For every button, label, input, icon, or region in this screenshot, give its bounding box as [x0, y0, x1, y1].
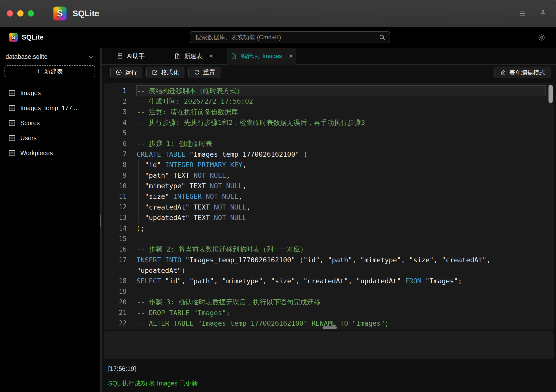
code-line-content[interactable]: -- ALTER TABLE "Images_temp_177002616210…	[137, 318, 545, 328]
code-line[interactable]: 20-- 步骤 3: 确认临时表数据无误后，执行以下语句完成迁移	[104, 297, 554, 307]
reset-button[interactable]: 重置	[188, 67, 220, 78]
sidebar-item-scores[interactable]: Scores	[0, 115, 100, 130]
line-number: 18	[104, 277, 127, 285]
code-line[interactable]: 10 "mimetype" TEXT NOT NULL,	[104, 181, 554, 191]
code-line-content[interactable]: INSERT INTO "Images_temp_1770026162100" …	[137, 255, 545, 265]
code-line-content[interactable]: "mimetype" TEXT NOT NULL,	[137, 181, 545, 191]
code-line[interactable]: 16-- 步骤 2: 将当前表数据迁移到临时表（列一一对应）	[104, 244, 554, 255]
resize-handle[interactable]	[100, 215, 101, 227]
settings-gear-icon[interactable]	[537, 33, 546, 42]
code-line[interactable]: 7CREATE TABLE "Images_temp_1770026162100…	[104, 149, 554, 159]
code-line-content[interactable]: "size" INTEGER NOT NULL,	[137, 191, 545, 202]
sidebar-item-images-temp[interactable]: Images_temp_177...	[0, 100, 100, 115]
code-line[interactable]: 5	[104, 128, 554, 138]
code-line[interactable]: 18SELECT "id", "path", "mimetype", "size…	[104, 276, 554, 286]
line-number: 16	[104, 246, 127, 253]
app-logo: S	[53, 7, 67, 21]
format-button[interactable]: 格式化	[146, 67, 184, 78]
code-line[interactable]: 3-- 注意: 请在执行前备份数据库	[104, 107, 554, 117]
tab-edit-table-images[interactable]: 编辑表: Images ×	[227, 48, 296, 65]
vertical-scrollbar-thumb[interactable]	[548, 85, 553, 103]
line-number: 3	[104, 108, 127, 116]
code-line[interactable]: 4-- 执行步骤: 先执行步骤1和2，检查临时表数据无误后，再手动执行步骤3	[104, 117, 554, 128]
chevron-down-icon[interactable]	[88, 54, 94, 60]
code-line[interactable]: 6-- 步骤 1: 创建临时表	[104, 138, 554, 149]
code-line-content[interactable]: -- 步骤 2: 将当前表数据迁移到临时表（列一一对应）	[137, 244, 545, 255]
code-line[interactable]: 8 "id" INTEGER PRIMARY KEY,	[104, 159, 554, 170]
line-number: 19	[104, 288, 127, 295]
app-header: S SQLite	[0, 27, 556, 48]
sidebar-item-users[interactable]: Users	[0, 130, 100, 145]
code-line-content[interactable]	[137, 286, 545, 297]
refresh-icon	[194, 69, 200, 76]
tab-bar: AI助手 新建表 × 编辑表: Images ×	[102, 48, 556, 65]
database-name: database.sqlite	[6, 53, 48, 60]
code-line[interactable]: 12 "createdAt" TEXT NOT NULL,	[104, 202, 554, 212]
tab-new-table[interactable]: 新建表 ×	[160, 48, 227, 64]
sidebar-item-workpieces[interactable]: Workpieces	[0, 145, 100, 160]
menu-icon[interactable]	[518, 10, 526, 18]
code-line-content[interactable]: "updatedAt" TEXT NOT NULL	[137, 212, 545, 223]
line-number: 7	[104, 150, 127, 158]
minimize-window-button[interactable]	[17, 10, 24, 17]
code-line[interactable]: 13 "updatedAt" TEXT NOT NULL	[104, 212, 554, 223]
table-grid-icon	[8, 104, 16, 112]
line-number: 2	[104, 98, 127, 105]
code-line-content[interactable]: -- 步骤 1: 创建临时表	[137, 138, 545, 149]
table-grid-icon	[8, 134, 16, 142]
server-list-icon	[117, 53, 123, 60]
code-line[interactable]: 2-- 生成时间: 2026/2/2 17:56:02	[104, 96, 554, 107]
code-line[interactable]: "updatedAt")	[104, 265, 554, 276]
line-number: 17	[104, 256, 127, 264]
code-line-content[interactable]: "path" TEXT NOT NULL,	[137, 170, 545, 181]
search-input[interactable]	[190, 32, 379, 43]
code-line-content[interactable]: );	[137, 223, 545, 233]
code-line-content[interactable]: "createdAt" TEXT NOT NULL,	[137, 202, 545, 212]
tab-ai-assistant[interactable]: AI助手	[102, 48, 160, 64]
sql-editor[interactable]: 1-- 表结构迁移脚本（临时表方式）2-- 生成时间: 2026/2/2 17:…	[104, 83, 554, 330]
sidebar-resize-divider[interactable]	[100, 48, 102, 392]
global-search[interactable]	[190, 31, 390, 43]
code-line[interactable]: 14);	[104, 223, 554, 233]
brand-name: SQLite	[22, 34, 44, 41]
code-line-content[interactable]: -- 执行步骤: 先执行步骤1和2，检查临时表数据无误后，再手动执行步骤3	[137, 117, 545, 128]
code-line[interactable]: 17INSERT INTO "Images_temp_1770026162100…	[104, 255, 554, 265]
run-label: 运行	[125, 68, 137, 76]
line-number: 11	[104, 193, 127, 200]
code-line[interactable]: 15	[104, 234, 554, 244]
sidebar-item-images[interactable]: Images	[0, 85, 100, 100]
code-line-content[interactable]: "id" INTEGER PRIMARY KEY,	[137, 159, 545, 170]
code-line-content[interactable]: -- DROP TABLE "Images";	[137, 307, 545, 318]
search-icon[interactable]	[379, 34, 386, 41]
code-line[interactable]: 9 "path" TEXT NOT NULL,	[104, 170, 554, 181]
line-number: 13	[104, 214, 127, 221]
horizontal-scrollbar-thumb[interactable]	[323, 326, 337, 329]
code-line[interactable]: 11 "size" INTEGER NOT NULL,	[104, 191, 554, 202]
plus-icon: +	[37, 67, 41, 75]
form-edit-mode-button[interactable]: 表单编辑模式	[494, 67, 550, 78]
code-line-content[interactable]: CREATE TABLE "Images_temp_1770026162100"…	[137, 149, 545, 159]
code-line-content[interactable]: -- 注意: 请在执行前备份数据库	[137, 107, 545, 117]
pin-icon[interactable]	[539, 10, 547, 18]
database-selector[interactable]: database.sqlite	[0, 48, 100, 60]
code-line-content[interactable]: -- 表结构迁移脚本（临时表方式）	[137, 86, 545, 96]
code-line-content[interactable]	[137, 128, 545, 138]
code-line[interactable]: 1-- 表结构迁移脚本（临时表方式）	[104, 86, 554, 96]
code-line-content[interactable]: "updatedAt")	[137, 265, 545, 276]
code-line-content[interactable]: -- 生成时间: 2026/2/2 17:56:02	[137, 96, 545, 107]
pencil-line-icon	[500, 69, 506, 76]
run-button[interactable]: 运行	[110, 67, 142, 78]
code-line-content[interactable]: SELECT "id", "path", "mimetype", "size",…	[137, 276, 545, 286]
new-table-button[interactable]: + 新建表	[5, 65, 95, 77]
close-tab-icon[interactable]: ×	[289, 53, 293, 60]
code-line-content[interactable]	[137, 234, 545, 244]
zoom-window-button[interactable]	[28, 10, 34, 17]
close-window-button[interactable]	[7, 10, 13, 17]
line-number: 14	[104, 225, 127, 232]
code-area[interactable]: 1-- 表结构迁移脚本（临时表方式）2-- 生成时间: 2026/2/2 17:…	[104, 86, 554, 328]
code-line[interactable]: 21-- DROP TABLE "Images";	[104, 307, 554, 318]
code-line[interactable]: 19	[104, 286, 554, 297]
close-tab-icon[interactable]: ×	[209, 53, 213, 60]
line-number: 20	[104, 298, 127, 306]
code-line-content[interactable]: -- 步骤 3: 确认临时表数据无误后，执行以下语句完成迁移	[137, 297, 545, 307]
